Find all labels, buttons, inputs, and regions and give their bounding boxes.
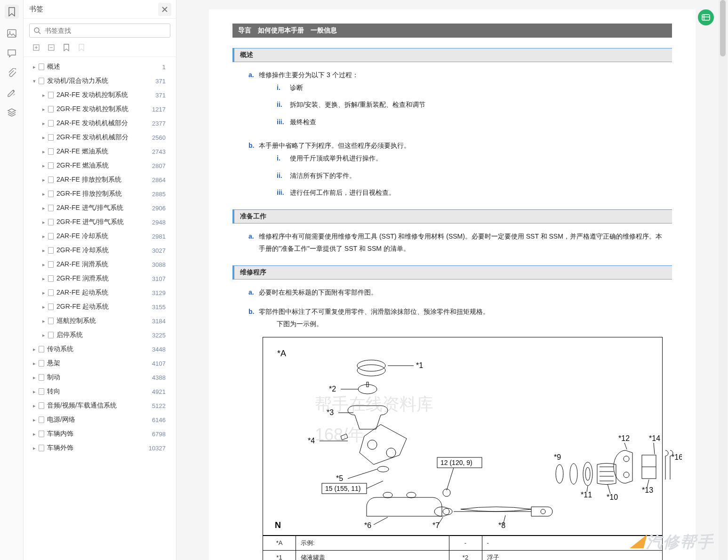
scrollbar[interactable] bbox=[719, 0, 727, 560]
svg-point-20 bbox=[377, 466, 389, 472]
signature-icon[interactable] bbox=[7, 88, 17, 98]
tree-label: 2GR-FE 润滑系统 bbox=[56, 274, 152, 283]
tree-item[interactable]: ▸概述1 bbox=[24, 60, 176, 74]
tree-item[interactable]: ▸制动4388 bbox=[24, 370, 176, 384]
expand-arrow-icon[interactable]: ▸ bbox=[40, 276, 48, 282]
tree-item[interactable]: ▸车辆内饰6798 bbox=[24, 427, 176, 441]
expand-arrow-icon[interactable]: ▸ bbox=[30, 417, 39, 423]
bookmark-outline-icon[interactable] bbox=[77, 43, 86, 52]
tree-item[interactable]: ▸2AR-FE 燃油系统2743 bbox=[24, 144, 176, 159]
expand-arrow-icon[interactable]: ▸ bbox=[30, 360, 39, 367]
search-input[interactable] bbox=[45, 27, 166, 34]
expand-arrow-icon[interactable]: ▸ bbox=[40, 219, 48, 225]
image-icon[interactable] bbox=[7, 28, 17, 39]
tree-item[interactable]: ▸音频/视频/车载通信系统5122 bbox=[24, 399, 176, 413]
collapse-all-icon[interactable] bbox=[47, 43, 56, 52]
bookmark-glyph-icon bbox=[48, 219, 54, 225]
tree-item[interactable]: ▸2GR-FE 进气/排气系统2948 bbox=[24, 215, 176, 229]
expand-arrow-icon[interactable]: ▸ bbox=[40, 135, 48, 141]
layers-icon[interactable] bbox=[7, 107, 17, 118]
svg-point-44 bbox=[585, 467, 590, 480]
tree-item[interactable]: ▸2AR-FE 起动系统3129 bbox=[24, 286, 176, 300]
section-preparation: 准备工作 bbox=[232, 209, 672, 224]
expand-arrow-icon[interactable]: ▸ bbox=[40, 290, 48, 296]
expand-arrow-icon[interactable]: ▸ bbox=[30, 64, 39, 70]
document-viewport[interactable]: 导言 如何使用本手册 一般信息 概述 a.维修操作主要分为以下 3 个过程： i… bbox=[176, 0, 728, 560]
tree-item[interactable]: ▸2GR-FE 发动机机械部分2560 bbox=[24, 130, 176, 144]
expand-arrow-icon[interactable]: ▸ bbox=[40, 92, 48, 98]
expand-arrow-icon[interactable]: ▸ bbox=[40, 262, 48, 268]
section-procedure: 维修程序 bbox=[232, 265, 672, 280]
expand-arrow-icon[interactable]: ▸ bbox=[30, 445, 39, 451]
tree-item[interactable]: ▸转向4921 bbox=[24, 384, 176, 399]
expand-arrow-icon[interactable]: ▸ bbox=[40, 106, 48, 112]
tree-page: 4107 bbox=[152, 360, 170, 367]
expand-arrow-icon[interactable]: ▸ bbox=[40, 304, 48, 310]
tree-label: 2AR-FE 起动系统 bbox=[56, 288, 152, 297]
expand-arrow-icon[interactable]: ▸ bbox=[30, 389, 39, 395]
tree-item[interactable]: ▸车辆外饰10327 bbox=[24, 441, 176, 455]
sidebar-toolbar bbox=[24, 42, 176, 57]
tree-item[interactable]: ▸2GR-FE 润滑系统3107 bbox=[24, 272, 176, 286]
sidebar-header: 书签 bbox=[24, 0, 176, 19]
tree-page: 10327 bbox=[149, 445, 170, 452]
svg-line-52 bbox=[624, 443, 627, 449]
tree-item[interactable]: ▸启停系统3225 bbox=[24, 328, 176, 342]
tree-item[interactable]: ▸悬架4107 bbox=[24, 356, 176, 370]
scrollbar-thumb[interactable] bbox=[720, 0, 726, 56]
expand-arrow-icon[interactable]: ▾ bbox=[30, 78, 39, 84]
expand-arrow-icon[interactable]: ▸ bbox=[30, 375, 39, 381]
tree-item[interactable]: ▸2AR-FE 排放控制系统2864 bbox=[24, 173, 176, 187]
tree-label: 2GR-FE 燃油系统 bbox=[56, 161, 152, 170]
bookmark-glyph-icon bbox=[48, 92, 54, 98]
bookmark-glyph-icon bbox=[39, 431, 44, 437]
svg-text:*13: *13 bbox=[642, 486, 653, 494]
expand-arrow-icon[interactable]: ▸ bbox=[40, 177, 48, 183]
tree-item[interactable]: ▾发动机/混合动力系统371 bbox=[24, 74, 176, 88]
expand-arrow-icon[interactable]: ▸ bbox=[40, 332, 48, 338]
tree-item[interactable]: ▸传动系统3448 bbox=[24, 342, 176, 356]
tree-item[interactable]: ▸2AR-FE 冷却系统2981 bbox=[24, 229, 176, 243]
bookmark-glyph-icon bbox=[39, 416, 44, 423]
bookmark-icon[interactable] bbox=[5, 5, 19, 19]
expand-arrow-icon[interactable]: ▸ bbox=[40, 191, 48, 197]
tree-item[interactable]: ▸2GR-FE 燃油系统2807 bbox=[24, 159, 176, 173]
bookmark-glyph-icon bbox=[39, 374, 44, 381]
expand-arrow-icon[interactable]: ▸ bbox=[40, 149, 48, 155]
expand-arrow-icon[interactable]: ▸ bbox=[40, 163, 48, 169]
bookmark-solid-icon[interactable] bbox=[62, 43, 71, 52]
txt: 本手册中省略了下列程序。但这些程序必须要执行。 bbox=[259, 142, 410, 149]
tree-item[interactable]: ▸2AR-FE 进气/排气系统2906 bbox=[24, 201, 176, 215]
expand-arrow-icon[interactable]: ▸ bbox=[40, 233, 48, 240]
tree-item[interactable]: ▸2AR-FE 润滑系统3088 bbox=[24, 257, 176, 272]
tree-label: 转向 bbox=[47, 387, 152, 396]
expand-arrow-icon[interactable]: ▸ bbox=[40, 120, 48, 127]
svg-point-1 bbox=[9, 32, 10, 33]
expand-arrow-icon[interactable]: ▸ bbox=[40, 318, 48, 324]
section-procedure-body: a.必要时在相关标题的下面附有零部件图。 b.零部件图中标注了不可重复使用零件、… bbox=[232, 280, 672, 560]
tree-item[interactable]: ▸2GR-FE 起动系统3155 bbox=[24, 300, 176, 314]
svg-text:*9: *9 bbox=[554, 453, 561, 461]
tree-page: 4921 bbox=[152, 388, 170, 395]
attachment-icon[interactable] bbox=[7, 68, 17, 78]
close-sidebar-button[interactable] bbox=[158, 3, 171, 16]
svg-text:*8: *8 bbox=[498, 521, 505, 529]
tree-item[interactable]: ▸2GR-FE 排放控制系统2885 bbox=[24, 187, 176, 201]
tree-item[interactable]: ▸2AR-FE 发动机控制系统371 bbox=[24, 88, 176, 102]
comment-icon[interactable] bbox=[7, 48, 17, 58]
tree-item[interactable]: ▸巡航控制系统3184 bbox=[24, 314, 176, 328]
txt: 使用千斤顶或举升机进行操作。 bbox=[290, 152, 382, 165]
expand-arrow-icon[interactable]: ▸ bbox=[30, 431, 39, 437]
expand-all-icon[interactable] bbox=[32, 43, 40, 52]
floating-badge[interactable] bbox=[698, 9, 714, 25]
expand-arrow-icon[interactable]: ▸ bbox=[30, 403, 39, 409]
tree-item[interactable]: ▸2GR-FE 发动机控制系统1217 bbox=[24, 102, 176, 116]
tree-item[interactable]: ▸电源/网络6146 bbox=[24, 413, 176, 427]
tree-item[interactable]: ▸2GR-FE 冷却系统3027 bbox=[24, 243, 176, 257]
expand-arrow-icon[interactable]: ▸ bbox=[40, 205, 48, 211]
expand-arrow-icon[interactable]: ▸ bbox=[30, 346, 39, 352]
expand-arrow-icon[interactable]: ▸ bbox=[40, 248, 48, 254]
bookmark-glyph-icon bbox=[48, 120, 54, 127]
tree-item[interactable]: ▸2AR-FE 发动机机械部分2377 bbox=[24, 116, 176, 130]
section-preparation-body: a.维修程序中有可能需要使用维修专用工具 (SST) 和维修专用材料 (SSM)… bbox=[232, 224, 672, 255]
